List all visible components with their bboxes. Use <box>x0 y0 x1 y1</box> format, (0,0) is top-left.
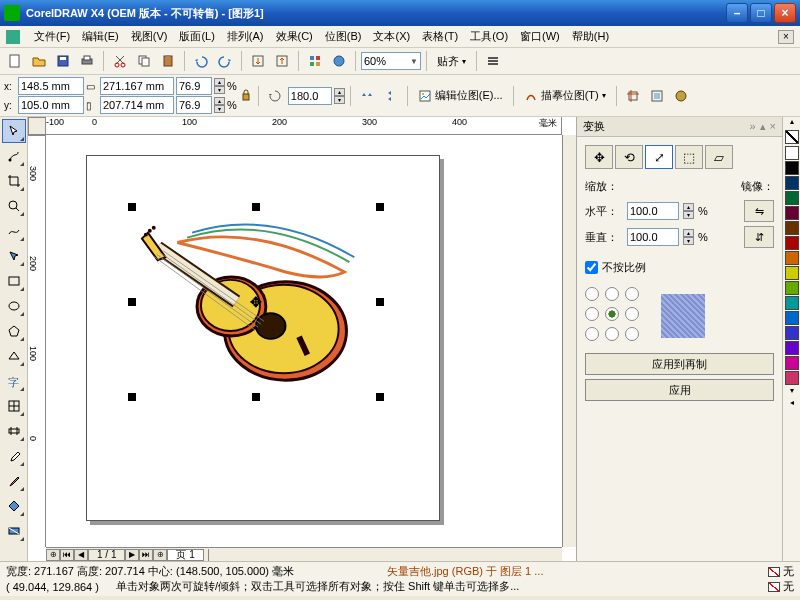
menu-tools[interactable]: 工具(O) <box>464 27 514 46</box>
snap-dropdown[interactable]: 贴齐 ▾ <box>432 51 471 71</box>
ruler-horizontal[interactable]: -100 0 100 200 300 400 毫米 <box>46 117 562 135</box>
selection-handle-ne[interactable] <box>376 203 384 211</box>
transform-rotate-tab[interactable]: ⟲ <box>615 145 643 169</box>
edit-bitmap-button[interactable]: 编辑位图(E)... <box>413 86 508 106</box>
page-tab-1[interactable]: 页 1 <box>167 549 203 561</box>
export-button[interactable] <box>271 50 293 72</box>
color-swatch[interactable] <box>785 161 799 175</box>
height-input[interactable] <box>100 96 174 114</box>
scale-x-input[interactable] <box>176 77 212 95</box>
selected-bitmap[interactable]: ✥ <box>132 207 380 397</box>
polygon-tool[interactable] <box>2 319 26 343</box>
palette-up-button[interactable]: ▴ <box>783 117 800 129</box>
selection-handle-n[interactable] <box>252 203 260 211</box>
scrollbar-vertical[interactable] <box>562 135 576 547</box>
ruler-vertical[interactable]: 300 200 100 0 <box>28 135 46 547</box>
cut-button[interactable] <box>109 50 131 72</box>
scale-h-spinner[interactable]: ▴▾ <box>683 203 694 219</box>
color-swatch[interactable] <box>785 281 799 295</box>
menu-bitmaps[interactable]: 位图(B) <box>319 27 368 46</box>
app-launcher-button[interactable] <box>304 50 326 72</box>
redo-button[interactable] <box>214 50 236 72</box>
scale-h-input[interactable] <box>627 202 679 220</box>
crop-bitmap-button[interactable] <box>622 85 644 107</box>
anchor-point-grid[interactable] <box>585 287 643 345</box>
lock-ratio-button[interactable] <box>239 85 253 107</box>
bitmap-mask-button[interactable] <box>670 85 692 107</box>
color-swatch[interactable] <box>785 251 799 265</box>
mirror-h-button[interactable] <box>356 85 378 107</box>
pick-tool[interactable] <box>2 119 26 143</box>
resample-button[interactable] <box>646 85 668 107</box>
new-button[interactable] <box>4 50 26 72</box>
color-swatch[interactable] <box>785 176 799 190</box>
rectangle-tool[interactable] <box>2 269 26 293</box>
close-button[interactable]: × <box>774 3 796 23</box>
docker-collapse-icon[interactable]: » <box>749 120 755 133</box>
mirror-v-button[interactable] <box>380 85 402 107</box>
zoom-level-dropdown[interactable]: 60% <box>361 52 421 70</box>
color-swatch[interactable] <box>785 236 799 250</box>
mirror-h-docker-button[interactable]: ⇋ <box>744 200 774 222</box>
color-swatch[interactable] <box>785 356 799 370</box>
rotation-input[interactable] <box>288 87 332 105</box>
first-page-button[interactable]: ⏮ <box>60 549 74 561</box>
selection-handle-s[interactable] <box>252 393 260 401</box>
table-tool[interactable] <box>2 394 26 418</box>
color-swatch[interactable] <box>785 206 799 220</box>
mirror-v-docker-button[interactable]: ⇵ <box>744 226 774 248</box>
color-swatch[interactable] <box>785 341 799 355</box>
add-page-button[interactable]: ⊕ <box>46 549 60 561</box>
menu-help[interactable]: 帮助(H) <box>566 27 615 46</box>
selection-handle-nw[interactable] <box>128 203 136 211</box>
menu-view[interactable]: 视图(V) <box>125 27 174 46</box>
scale-x-spinner[interactable]: ▴▾ <box>214 78 225 94</box>
menu-text[interactable]: 文本(X) <box>367 27 416 46</box>
transform-size-tab[interactable]: ⬚ <box>675 145 703 169</box>
outline-indicator-icon[interactable] <box>768 582 780 592</box>
apply-duplicate-button[interactable]: 应用到再制 <box>585 353 774 375</box>
prev-page-button[interactable]: ◀ <box>74 549 88 561</box>
rotation-spinner[interactable]: ▴▾ <box>334 88 345 104</box>
transform-position-tab[interactable]: ✥ <box>585 145 613 169</box>
next-page-button[interactable]: ▶ <box>125 549 139 561</box>
maximize-button[interactable]: □ <box>750 3 772 23</box>
crop-tool[interactable] <box>2 169 26 193</box>
y-position-input[interactable] <box>18 96 84 114</box>
menu-layout[interactable]: 版面(L) <box>173 27 220 46</box>
zoom-tool[interactable] <box>2 194 26 218</box>
basic-shapes-tool[interactable] <box>2 344 26 368</box>
shape-tool[interactable] <box>2 144 26 168</box>
selection-handle-w[interactable] <box>128 298 136 306</box>
last-page-button[interactable]: ⏭ <box>139 549 153 561</box>
smart-fill-tool[interactable] <box>2 244 26 268</box>
import-button[interactable] <box>247 50 269 72</box>
minimize-button[interactable]: – <box>726 3 748 23</box>
text-tool[interactable]: 字 <box>2 369 26 393</box>
menu-arrange[interactable]: 排列(A) <box>221 27 270 46</box>
selection-handle-sw[interactable] <box>128 393 136 401</box>
color-swatch[interactable] <box>785 371 799 385</box>
freehand-tool[interactable] <box>2 219 26 243</box>
color-swatch[interactable] <box>785 266 799 280</box>
copy-button[interactable] <box>133 50 155 72</box>
canvas-viewport[interactable]: ✥ <box>46 135 562 547</box>
docker-close-icon[interactable]: × <box>770 120 776 133</box>
options-button[interactable] <box>482 50 504 72</box>
color-swatch[interactable] <box>785 326 799 340</box>
color-swatch[interactable] <box>785 311 799 325</box>
menu-table[interactable]: 表格(T) <box>416 27 464 46</box>
outline-tool[interactable] <box>2 469 26 493</box>
scale-v-input[interactable] <box>627 228 679 246</box>
open-button[interactable] <box>28 50 50 72</box>
child-close-button[interactable]: × <box>778 30 794 44</box>
apply-button[interactable]: 应用 <box>585 379 774 401</box>
selection-handle-se[interactable] <box>376 393 384 401</box>
color-swatch[interactable] <box>785 146 799 160</box>
color-swatch[interactable] <box>785 221 799 235</box>
ruler-origin[interactable] <box>28 117 46 135</box>
menu-window[interactable]: 窗口(W) <box>514 27 566 46</box>
undo-button[interactable] <box>190 50 212 72</box>
selection-handle-e[interactable] <box>376 298 384 306</box>
scale-y-spinner[interactable]: ▴▾ <box>214 97 225 113</box>
